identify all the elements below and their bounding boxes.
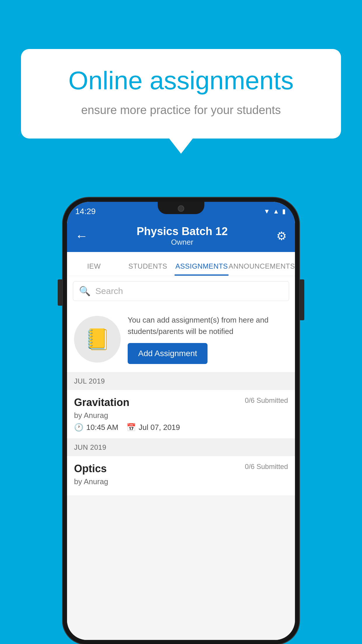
signal-icon: ▲	[273, 208, 279, 215]
back-button[interactable]: ←	[75, 229, 88, 243]
tab-students[interactable]: STUDENTS	[121, 262, 175, 276]
clock-icon: 🕐	[74, 423, 83, 432]
assignment-author-optics: by Anurag	[74, 477, 288, 486]
assignment-item-optics[interactable]: Optics 0/6 Submitted by Anurag	[67, 456, 295, 496]
search-icon: 🔍	[79, 286, 91, 297]
notebook-icon: 📒	[85, 327, 110, 351]
wifi-icon: ▼	[263, 208, 270, 215]
tab-assignments[interactable]: ASSIGNMENTS	[175, 262, 229, 276]
settings-icon[interactable]: ⚙	[276, 229, 287, 243]
assignment-promo: 📒 You can add assignment(s) from here an…	[67, 306, 295, 372]
search-container: 🔍 Search	[67, 276, 295, 306]
search-box[interactable]: 🔍 Search	[73, 281, 289, 301]
status-time: 14:29	[75, 207, 96, 216]
assignment-item-header-optics: Optics 0/6 Submitted	[74, 463, 288, 475]
assignment-name: Gravitation	[74, 396, 129, 409]
assignment-author: by Anurag	[74, 411, 288, 420]
header-title: Physics Batch 12	[88, 225, 276, 238]
search-input[interactable]: Search	[95, 286, 123, 296]
calendar-icon: 📅	[126, 423, 136, 432]
phone-notch	[158, 202, 204, 214]
assignment-submitted-optics: 0/6 Submitted	[245, 463, 288, 471]
header-subtitle: Owner	[88, 238, 276, 247]
month-divider-jun: JUN 2019	[67, 439, 295, 456]
assignment-icon-circle: 📒	[74, 316, 121, 363]
assignment-meta: 🕐 10:45 AM 📅 Jul 07, 2019	[74, 423, 288, 432]
tabs-bar: IEW STUDENTS ASSIGNMENTS ANNOUNCEMENTS	[67, 252, 295, 276]
tab-iew[interactable]: IEW	[67, 262, 121, 276]
header-title-block: Physics Batch 12 Owner	[88, 225, 276, 247]
battery-icon: ▮	[282, 208, 286, 215]
tab-announcements[interactable]: ANNOUNCEMENTS	[229, 262, 295, 276]
app-header: ← Physics Batch 12 Owner ⚙	[67, 220, 295, 252]
month-divider-jul: JUL 2019	[67, 372, 295, 390]
phone-outer: 14:29 ▼ ▲ ▮ ← Physics Batch 12 Owner ⚙	[63, 198, 299, 644]
promo-description: You can add assignment(s) from here and …	[128, 314, 288, 337]
assignment-name-optics: Optics	[74, 463, 107, 475]
camera-icon	[178, 205, 184, 212]
assignment-submitted: 0/6 Submitted	[245, 396, 288, 405]
assignment-item-gravitation[interactable]: Gravitation 0/6 Submitted by Anurag 🕐 10…	[67, 390, 295, 439]
speech-bubble-title: Online assignments	[44, 66, 318, 95]
assignment-promo-text: You can add assignment(s) from here and …	[128, 314, 288, 364]
speech-bubble: Online assignments ensure more practice …	[21, 49, 341, 139]
add-assignment-button[interactable]: Add Assignment	[128, 343, 208, 364]
assignment-time: 🕐 10:45 AM	[74, 423, 118, 432]
phone-screen: 14:29 ▼ ▲ ▮ ← Physics Batch 12 Owner ⚙	[67, 202, 295, 640]
assignment-item-header: Gravitation 0/6 Submitted	[74, 396, 288, 409]
assignment-date: 📅 Jul 07, 2019	[126, 423, 180, 432]
screen-content: ← Physics Batch 12 Owner ⚙ IEW STUDENTS	[67, 220, 295, 640]
phone-frame: 14:29 ▼ ▲ ▮ ← Physics Batch 12 Owner ⚙	[63, 198, 299, 644]
status-icons: ▼ ▲ ▮	[263, 208, 286, 215]
speech-bubble-subtitle: ensure more practice for your students	[44, 102, 318, 118]
